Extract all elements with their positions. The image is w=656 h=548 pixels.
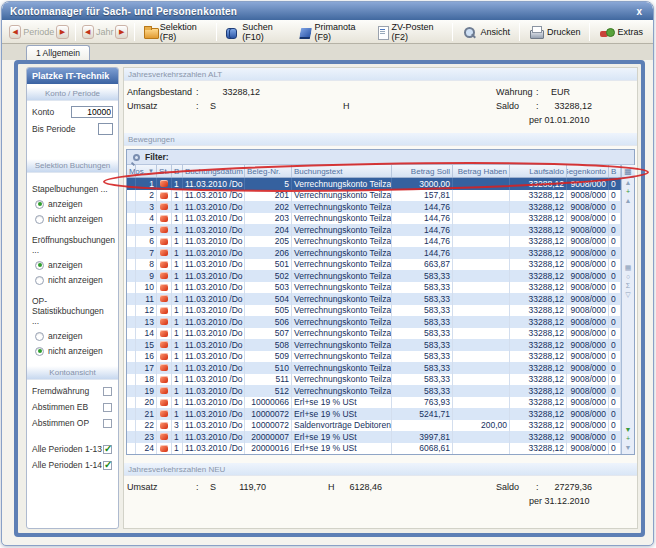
insert-row-icon[interactable]: + [626, 187, 630, 196]
op-nicht-anzeigen-option[interactable]: nicht anzeigen [35, 346, 113, 356]
table-row[interactable]: 2 1 11.03.2010 /Do 201 Verrechnungskonto… [127, 190, 621, 202]
radio-icon[interactable] [35, 332, 44, 341]
table-row[interactable]: 24 1 11.03.2010 /Do 20000016 Erl+se 19 %… [127, 443, 621, 455]
sum-icon[interactable]: Σ [626, 281, 630, 290]
table-row[interactable]: 20 1 11.03.2010 /Do 10000066 Erl+se 19 %… [127, 397, 621, 409]
table-row[interactable]: 9 1 11.03.2010 /Do 502 Verrechnungskonto… [127, 270, 621, 282]
scroll-first-icon[interactable]: ▲ [625, 178, 632, 187]
scroll-down-icon[interactable]: ▼ [625, 425, 632, 434]
tab-allgemein[interactable]: 1 Allgemein [26, 45, 90, 60]
table-row[interactable]: 11 1 11.03.2010 /Do 504 Verrechnungskont… [127, 293, 621, 305]
col-betrag-soll[interactable]: Betrag Soll [392, 165, 453, 177]
grid-view-icon[interactable]: ▦ [625, 263, 632, 272]
col-betrag-haben[interactable]: Betrag Haben [453, 165, 510, 177]
col-buchungsdatum[interactable]: Buchungsdatum [183, 165, 245, 177]
col-beleg-nr[interactable]: Beleg-Nr. [245, 165, 292, 177]
checkbox-icon[interactable] [103, 419, 112, 428]
primanota-button[interactable]: Primanota (F9) [294, 21, 371, 43]
col-b2[interactable]: B [609, 165, 621, 177]
extras-button[interactable]: Extras [594, 24, 648, 40]
table-row[interactable]: 3 1 11.03.2010 /Do 202 Verrechnungskonto… [127, 201, 621, 213]
filter-row[interactable]: Filter: [127, 150, 634, 165]
eroeffnung-anzeigen-option[interactable]: anzeigen [35, 260, 113, 270]
filter-label: Filter: [145, 152, 169, 162]
anfangsbestand-value: 33288,12 [204, 87, 260, 97]
batch-stamp-icon [160, 215, 168, 222]
scroll-last-icon[interactable]: ▼ [625, 443, 632, 452]
table-row[interactable]: 22 3 11.03.2010 /Do 10000072 Saldenvortr… [127, 420, 621, 432]
ansicht-button[interactable]: Ansicht [457, 24, 515, 40]
table-row[interactable]: 5 1 11.03.2010 /Do 204 Verrechnungskonto… [127, 224, 621, 236]
table-row[interactable]: 4 1 11.03.2010 /Do 203 Verrechnungskonto… [127, 213, 621, 225]
zv-posten-button[interactable]: ZV-Posten (F2) [371, 21, 449, 43]
col-pos[interactable]: Pos. ▼ [136, 165, 157, 177]
arrow-left-icon: ◀ [85, 28, 90, 36]
table-row[interactable]: 17 1 11.03.2010 /Do 510 Verrechnungskont… [127, 362, 621, 374]
table-row[interactable]: 23 1 11.03.2010 /Do 20000007 Erl+se 19 %… [127, 431, 621, 443]
umsatz-alt-label: Umsatz [127, 101, 158, 111]
periode-prev-button[interactable]: ◀ [9, 25, 21, 39]
table-row[interactable]: 8 1 11.03.2010 /Do 501 Verrechnungskonto… [127, 259, 621, 271]
col-buchungstext[interactable]: Buchungstext [292, 165, 392, 177]
suchen-button[interactable]: Suchen (F10) [221, 21, 293, 43]
konto-label: Konto [32, 107, 54, 117]
col-m[interactable]: M [127, 165, 136, 177]
magnifier-icon [462, 25, 476, 39]
alle-perioden-13-row[interactable]: Alle Perioden 1-13 [32, 444, 112, 454]
scroll-up-icon[interactable]: ▲ [625, 196, 632, 205]
table-row[interactable]: 13 1 11.03.2010 /Do 506 Verrechnungskont… [127, 316, 621, 328]
toolbar-separator [216, 23, 217, 41]
main-panel: Jahresverkehrszahlen ALT Anfangsbestand … [123, 67, 638, 529]
abstimmen-op-row[interactable]: Abstimmen OP [32, 418, 112, 428]
batch-stamp-icon [160, 341, 168, 348]
periode-next-button[interactable]: ▶ [56, 25, 68, 39]
table-row[interactable]: 16 1 11.03.2010 /Do 509 Verrechnungskont… [127, 351, 621, 363]
table-row[interactable]: 6 1 11.03.2010 /Do 205 Verrechnungskonto… [127, 236, 621, 248]
eroeffnung-nicht-anzeigen-option[interactable]: nicht anzeigen [35, 275, 113, 285]
op-anzeigen-option[interactable]: anzeigen [35, 331, 113, 341]
jahr-label: Jahr [96, 27, 114, 37]
section-selektion-buchungen: Selektion Buchungen [27, 159, 118, 173]
radio-icon[interactable] [35, 215, 44, 224]
drucken-button[interactable]: Drucken [524, 24, 586, 40]
col-gegenkonto[interactable]: Gegenkonto [567, 165, 609, 177]
tab-page-frame: Platzke IT-Technik Konto / Periode Konto… [14, 60, 645, 537]
col-b[interactable]: B [172, 165, 183, 177]
column-chooser-icon[interactable]: ▦ [622, 165, 635, 178]
radio-icon[interactable] [35, 347, 44, 356]
jahr-prev-button[interactable]: ◀ [82, 25, 94, 39]
close-icon[interactable]: x [633, 6, 645, 17]
bis-periode-input[interactable] [98, 123, 113, 135]
append-row-icon[interactable]: + [626, 434, 630, 443]
stapel-anzeigen-option[interactable]: anzeigen [35, 199, 113, 209]
stapel-nicht-anzeigen-option[interactable]: nicht anzeigen [35, 214, 113, 224]
alle-perioden-14-row[interactable]: Alle Perioden 1-14 [32, 460, 112, 470]
radio-icon[interactable] [35, 276, 44, 285]
table-row[interactable]: 7 1 11.03.2010 /Do 206 Verrechnungskonto… [127, 247, 621, 259]
table-row[interactable]: 14 1 11.03.2010 /Do 507 Verrechnungskont… [127, 328, 621, 340]
col-st[interactable]: St. [157, 165, 172, 177]
table-row[interactable]: 15 1 11.03.2010 /Do 508 Verrechnungskont… [127, 339, 621, 351]
checkbox-icon[interactable] [103, 445, 112, 454]
table-row[interactable]: 1 1 11.03.2010 /Do 5 Verrechnungskonto T… [127, 178, 621, 190]
selektion-button[interactable]: Selektion (F8) [139, 21, 213, 43]
checkbox-icon[interactable] [103, 403, 112, 412]
search-row-icon[interactable]: ○ [626, 272, 630, 281]
col-laufsaldo[interactable]: Laufsaldo [510, 165, 567, 177]
radio-icon[interactable] [35, 261, 44, 270]
fremdwaehrung-row[interactable]: Fremdwährung [32, 386, 112, 396]
table-row[interactable]: 21 1 11.03.2010 /Do 10000072 Erl+se 19 %… [127, 408, 621, 420]
umsatz-neu-soll-value: 119,70 [222, 482, 266, 492]
table-row[interactable]: 19 1 11.03.2010 /Do 512 Verrechnungskont… [127, 385, 621, 397]
konto-input[interactable] [71, 106, 113, 118]
toolbar-separator [134, 23, 135, 41]
jahr-next-button[interactable]: ▶ [115, 25, 127, 39]
table-row[interactable]: 10 1 11.03.2010 /Do 503 Verrechnungskont… [127, 282, 621, 294]
checkbox-icon[interactable] [103, 461, 112, 470]
table-row[interactable]: 18 1 11.03.2010 /Do 511 Verrechnungskont… [127, 374, 621, 386]
radio-icon[interactable] [35, 200, 44, 209]
abstimmen-eb-row[interactable]: Abstimmen EB [32, 402, 112, 412]
table-row[interactable]: 12 1 11.03.2010 /Do 505 Verrechnungskont… [127, 305, 621, 317]
checkbox-icon[interactable] [103, 387, 112, 396]
filter-funnel-icon[interactable]: ▽ [625, 290, 630, 299]
